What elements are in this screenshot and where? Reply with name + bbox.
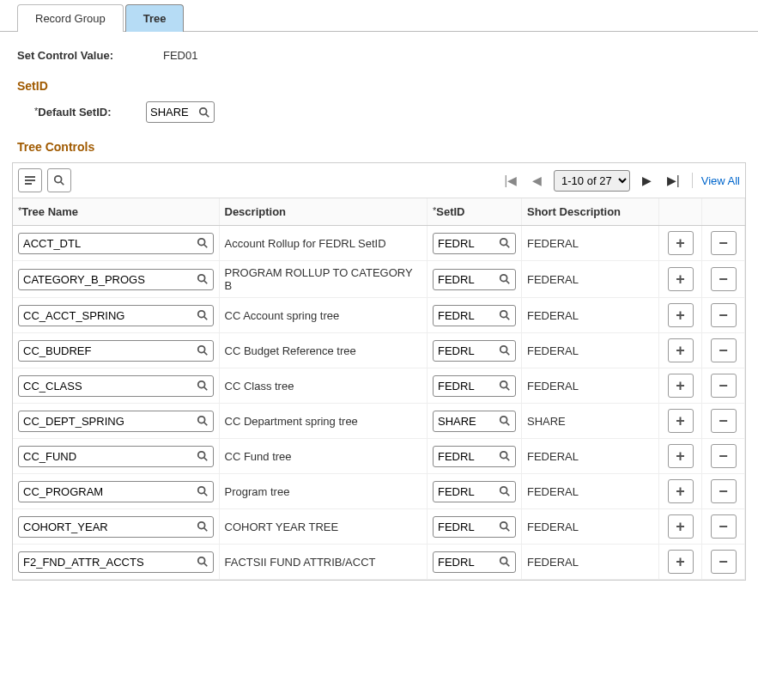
delete-row-button[interactable]: −	[711, 338, 737, 362]
add-row-button[interactable]: +	[668, 479, 694, 503]
setid-input[interactable]	[438, 414, 481, 429]
search-icon[interactable]	[197, 556, 209, 568]
search-icon[interactable]	[499, 344, 511, 356]
delete-row-button[interactable]: −	[711, 231, 737, 255]
setid-input[interactable]	[438, 272, 481, 287]
add-row-button[interactable]: +	[668, 338, 694, 362]
tree-name-field[interactable]	[18, 340, 214, 362]
search-icon[interactable]	[197, 520, 209, 533]
setid-input[interactable]	[438, 236, 481, 251]
last-page-icon[interactable]: ▶|	[664, 173, 683, 187]
setid-input[interactable]	[438, 379, 481, 393]
setid-input[interactable]	[438, 449, 481, 464]
add-row-button[interactable]: +	[668, 514, 694, 539]
setid-field[interactable]	[433, 340, 516, 362]
find-button[interactable]	[47, 168, 71, 192]
add-row-button[interactable]: +	[668, 444, 694, 468]
search-icon[interactable]	[499, 450, 511, 462]
col-header-setid[interactable]: *SetID	[428, 198, 522, 226]
tab-record-group[interactable]: Record Group	[17, 4, 124, 32]
search-icon[interactable]	[499, 273, 511, 285]
setid-field[interactable]	[433, 375, 516, 397]
delete-row-button[interactable]: −	[711, 374, 737, 398]
col-header-description[interactable]: Description	[219, 198, 428, 226]
search-icon[interactable]	[197, 415, 209, 427]
setid-input[interactable]	[438, 484, 481, 499]
col-header-short-desc[interactable]: Short Description	[522, 198, 659, 226]
delete-row-button[interactable]: −	[711, 514, 737, 539]
setid-input[interactable]	[438, 520, 481, 534]
add-row-button[interactable]: +	[668, 231, 694, 255]
setid-field[interactable]	[433, 411, 516, 432]
view-all-link[interactable]: View All	[701, 174, 740, 187]
add-row-button[interactable]: +	[668, 409, 694, 433]
search-icon[interactable]	[198, 107, 210, 119]
tree-name-input[interactable]	[23, 272, 197, 287]
setid-field[interactable]	[433, 481, 516, 502]
tree-name-field[interactable]	[18, 375, 214, 397]
setid-field[interactable]	[433, 269, 516, 290]
search-icon[interactable]	[499, 556, 511, 568]
search-icon[interactable]	[499, 237, 511, 249]
search-icon[interactable]	[499, 309, 511, 321]
tree-name-input[interactable]	[23, 236, 197, 251]
short-desc-cell: FEDERAL	[522, 333, 659, 368]
default-setid-input[interactable]	[150, 104, 198, 120]
setid-field[interactable]	[433, 551, 516, 573]
add-row-button[interactable]: +	[668, 303, 694, 327]
tree-name-field[interactable]	[18, 411, 214, 432]
prev-page-icon[interactable]: ◀	[529, 173, 545, 187]
search-icon[interactable]	[197, 237, 209, 249]
setid-input[interactable]	[438, 344, 481, 358]
search-icon[interactable]	[499, 415, 511, 427]
tree-name-input[interactable]	[23, 555, 197, 569]
personalize-button[interactable]	[18, 168, 42, 192]
svg-line-10	[506, 245, 510, 248]
default-setid-field[interactable]	[146, 101, 215, 123]
search-icon[interactable]	[197, 380, 209, 392]
tree-name-input[interactable]	[23, 449, 197, 464]
search-icon[interactable]	[499, 485, 511, 497]
tree-name-field[interactable]	[18, 269, 214, 290]
delete-row-button[interactable]: −	[711, 267, 737, 291]
first-page-icon[interactable]: |◀	[500, 173, 520, 187]
tree-name-field[interactable]	[18, 233, 214, 254]
setid-field[interactable]	[433, 233, 516, 254]
setid-field[interactable]	[433, 446, 516, 467]
svg-rect-4	[25, 183, 32, 185]
pager-select[interactable]: 1-10 of 27	[554, 170, 630, 192]
tree-name-input[interactable]	[23, 484, 197, 499]
search-icon[interactable]	[499, 520, 511, 533]
tree-name-field[interactable]	[18, 305, 214, 326]
tab-tree[interactable]: Tree	[125, 4, 185, 32]
setid-input[interactable]	[438, 308, 481, 323]
delete-row-button[interactable]: −	[711, 550, 737, 574]
setid-field[interactable]	[433, 305, 516, 326]
add-row-button[interactable]: +	[668, 374, 694, 398]
tree-name-input[interactable]	[23, 520, 197, 534]
search-icon[interactable]	[197, 344, 209, 356]
tree-name-input[interactable]	[23, 414, 197, 429]
search-icon[interactable]	[197, 309, 209, 321]
add-row-button[interactable]: +	[668, 267, 694, 291]
add-row-button[interactable]: +	[668, 550, 694, 574]
col-header-tree-name[interactable]: *Tree Name	[13, 198, 219, 226]
delete-row-button[interactable]: −	[711, 409, 737, 433]
search-icon[interactable]	[499, 380, 511, 392]
search-icon[interactable]	[197, 450, 209, 462]
tree-name-field[interactable]	[18, 551, 214, 573]
tree-name-input[interactable]	[23, 379, 197, 393]
tree-name-input[interactable]	[23, 344, 197, 358]
setid-field[interactable]	[433, 516, 516, 538]
delete-row-button[interactable]: −	[711, 444, 737, 468]
search-icon[interactable]	[197, 485, 209, 497]
search-icon[interactable]	[197, 273, 209, 285]
tree-name-field[interactable]	[18, 516, 214, 538]
tree-name-input[interactable]	[23, 308, 197, 323]
setid-input[interactable]	[438, 555, 481, 569]
next-page-icon[interactable]: ▶	[639, 173, 655, 187]
tree-name-field[interactable]	[18, 481, 214, 502]
tree-name-field[interactable]	[18, 446, 214, 467]
delete-row-button[interactable]: −	[711, 303, 737, 327]
delete-row-button[interactable]: −	[711, 479, 737, 503]
